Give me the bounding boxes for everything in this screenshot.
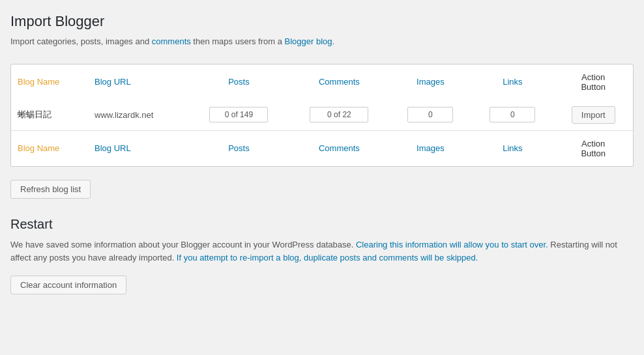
page-title: Import Blogger [10, 13, 634, 30]
intro-text-middle: then maps users from a [191, 36, 285, 46]
intro-text: Import categories, posts, images and com… [10, 35, 634, 48]
restart-section: Restart We have saved some information a… [10, 217, 634, 295]
col-header-action: Action Button [553, 64, 633, 100]
blog-table-wrapper: Blog Name Blog URL Posts Comments Images… [10, 64, 634, 167]
col-header-posts: Posts [188, 64, 289, 100]
restart-title: Restart [10, 217, 634, 232]
table-row: 蜥蜴日記 www.lizardk.net 0 of 149 0 of 22 0 … [11, 100, 633, 131]
table-header-row: Blog Name Blog URL Posts Comments Images… [11, 64, 633, 100]
import-button[interactable]: Import [572, 106, 615, 124]
cell-comments: 0 of 22 [289, 100, 389, 131]
footer-col-blog-name: Blog Name [11, 130, 88, 166]
cell-action: Import [553, 100, 633, 131]
cell-blog-url: www.lizardk.net [88, 100, 188, 131]
restart-text-before: We have saved some information about you… [10, 240, 356, 249]
footer-col-comments: Comments [289, 130, 389, 166]
intro-text-end: . [332, 36, 335, 46]
images-count-box: 0 [407, 107, 453, 122]
col-header-images: Images [389, 64, 471, 100]
col-header-links: Links [471, 64, 553, 100]
intro-text-before: Import categories, posts, images and [10, 36, 152, 46]
intro-link-blogger[interactable]: Blogger blog [285, 36, 332, 46]
cell-links: 0 [471, 100, 553, 131]
footer-col-blog-url: Blog URL [88, 130, 188, 166]
footer-col-action: Action Button [553, 130, 633, 166]
footer-col-links: Links [471, 130, 553, 166]
blog-table: Blog Name Blog URL Posts Comments Images… [11, 64, 633, 166]
links-count-box: 0 [490, 107, 535, 122]
table-footer-row: Blog Name Blog URL Posts Comments Images… [11, 130, 633, 166]
intro-link-comments[interactable]: comments [152, 36, 191, 46]
clear-account-info-button[interactable]: Clear account information [10, 276, 126, 294]
refresh-blog-list-button[interactable]: Refresh blog list [10, 180, 91, 199]
footer-col-posts: Posts [188, 130, 289, 166]
refresh-section: Refresh blog list [10, 180, 634, 199]
col-header-blog-name: Blog Name [11, 64, 88, 100]
restart-description: We have saved some information about you… [10, 238, 634, 266]
clearing-info-link[interactable]: Clearing this information will allow you… [356, 240, 548, 249]
col-header-blog-url: Blog URL [88, 64, 188, 100]
cell-images: 0 [389, 100, 471, 131]
cell-blog-name: 蜥蜴日記 [11, 100, 88, 131]
cell-posts: 0 of 149 [188, 100, 289, 131]
re-import-link[interactable]: If you attempt to re-import a blog, dupl… [177, 253, 478, 263]
posts-progress-box: 0 of 149 [209, 107, 268, 122]
footer-col-images: Images [389, 130, 471, 166]
col-header-comments: Comments [289, 64, 389, 100]
comments-progress-box: 0 of 22 [310, 107, 368, 122]
